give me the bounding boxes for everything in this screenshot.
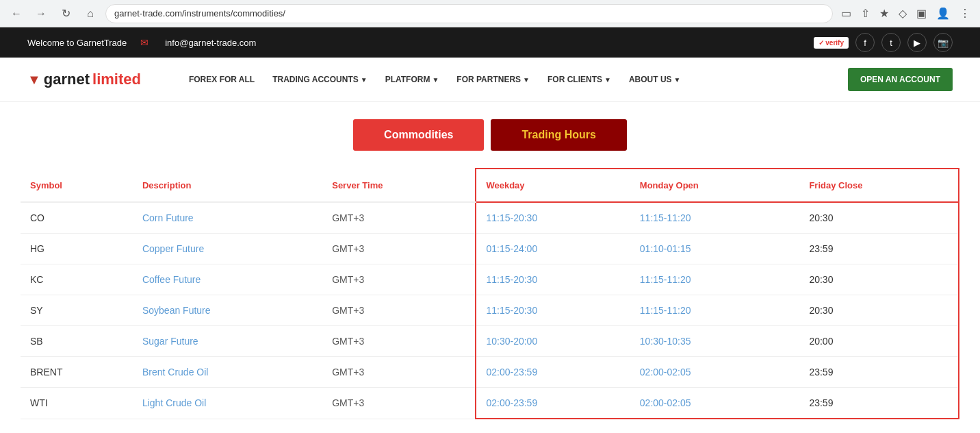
welcome-text: Welcome to GarnetTrade xyxy=(27,38,127,48)
verify-icon: ✓ xyxy=(818,39,824,47)
cell-server-time: GMT+3 xyxy=(322,295,476,326)
cell-weekday: 01:15-24:00 xyxy=(476,234,630,264)
cell-monday-open: 11:15-11:20 xyxy=(630,202,800,234)
back-button[interactable]: ← xyxy=(7,4,26,23)
logo[interactable]: ▼ garnetlimited xyxy=(27,71,141,88)
logo-icon: ▼ xyxy=(27,72,41,88)
cell-symbol: KC xyxy=(21,264,133,295)
cell-weekday: 11:15-20:30 xyxy=(476,295,630,326)
col-header-weekday: Weekday xyxy=(476,169,630,202)
browser-toolbar: ▭ ⇧ ★ ◇ ▣ 👤 ⋮ xyxy=(838,4,973,23)
cell-server-time: GMT+3 xyxy=(322,264,476,295)
tablet-icon[interactable]: ▣ xyxy=(914,4,929,23)
cell-description: Copper Future xyxy=(133,234,322,264)
instagram-icon[interactable]: 📷 xyxy=(933,33,953,52)
commodities-table-container: Symbol Description Server Time Weekday M… xyxy=(0,168,980,433)
col-header-friday-close: Friday Close xyxy=(799,169,959,202)
cell-description: Brent Crude Oil xyxy=(133,357,322,388)
table-row: KC Coffee Future GMT+3 11:15-20:30 11:15… xyxy=(21,264,959,295)
cell-description: Light Crude Oil xyxy=(133,388,322,419)
table-row: SY Soybean Future GMT+3 11:15-20:30 11:1… xyxy=(21,295,959,326)
email-address[interactable]: info@garnet-trade.com xyxy=(165,38,256,48)
nav-for-partners[interactable]: FOR PARTNERS ▼ xyxy=(450,71,537,88)
cell-server-time: GMT+3 xyxy=(322,202,476,234)
reload-button[interactable]: ↻ xyxy=(56,4,75,23)
commodities-table: Symbol Description Server Time Weekday M… xyxy=(21,168,959,419)
table-row: BRENT Brent Crude Oil GMT+3 02:00-23:59 … xyxy=(21,357,959,388)
browser-chrome: ← → ↻ ⌂ garnet-trade.com/instruments/com… xyxy=(0,0,980,27)
cell-symbol: HG xyxy=(21,234,133,264)
youtube-icon[interactable]: ▶ xyxy=(907,33,927,52)
cell-friday-close: 20:30 xyxy=(799,295,959,326)
cell-friday-close: 23:59 xyxy=(799,234,959,264)
col-header-server-time: Server Time xyxy=(322,169,476,202)
cell-server-time: GMT+3 xyxy=(322,388,476,419)
nav-bar: ▼ garnetlimited FOREX FOR ALL TRADING AC… xyxy=(0,58,980,102)
platform-arrow: ▼ xyxy=(432,76,439,84)
nav-for-clients[interactable]: FOR CLIENTS ▼ xyxy=(541,71,618,88)
nav-for-partners-label: FOR PARTNERS xyxy=(456,75,521,84)
table-row: WTI Light Crude Oil GMT+3 02:00-23:59 02… xyxy=(21,388,959,419)
verify-badge[interactable]: ✓ verify xyxy=(814,37,849,49)
col-header-description: Description xyxy=(133,169,322,202)
cell-server-time: GMT+3 xyxy=(322,357,476,388)
cell-symbol: SY xyxy=(21,295,133,326)
top-bar-right: ✓ verify f t ▶ 📷 xyxy=(814,33,953,52)
cell-monday-open: 02:00-02:05 xyxy=(630,357,800,388)
cell-description: Coffee Future xyxy=(133,264,322,295)
cell-symbol: WTI xyxy=(21,388,133,419)
cell-weekday: 11:15-20:30 xyxy=(476,202,630,234)
cell-monday-open: 11:15-11:20 xyxy=(630,264,800,295)
nav-about-us[interactable]: ABOUT US ▼ xyxy=(622,71,688,88)
col-header-symbol: Symbol xyxy=(21,169,133,202)
home-button[interactable]: ⌂ xyxy=(81,4,100,23)
profile-icon[interactable]: 👤 xyxy=(933,4,953,23)
cell-symbol: SB xyxy=(21,326,133,357)
table-row: HG Copper Future GMT+3 01:15-24:00 01:10… xyxy=(21,234,959,264)
table-row: SB Sugar Future GMT+3 10:30-20:00 10:30-… xyxy=(21,326,959,357)
page-tabs: Commodities Trading Hours xyxy=(0,102,980,168)
commodities-tab[interactable]: Commodities xyxy=(353,119,484,151)
cell-symbol: CO xyxy=(21,202,133,234)
about-us-arrow: ▼ xyxy=(674,76,681,84)
cell-symbol: BRENT xyxy=(21,357,133,388)
twitter-icon[interactable]: t xyxy=(881,33,901,52)
facebook-icon[interactable]: f xyxy=(855,33,875,52)
nav-trading-accounts[interactable]: TRADING ACCOUNTS ▼ xyxy=(266,71,374,88)
cell-weekday: 11:15-20:30 xyxy=(476,264,630,295)
trading-hours-tab[interactable]: Trading Hours xyxy=(491,119,626,151)
cell-friday-close: 23:59 xyxy=(799,357,959,388)
cell-friday-close: 20:00 xyxy=(799,326,959,357)
bookmark-icon[interactable]: ★ xyxy=(877,4,892,23)
url-text: garnet-trade.com/instruments/commodities… xyxy=(114,8,285,18)
nav-trading-accounts-label: TRADING ACCOUNTS xyxy=(272,75,359,84)
extensions-icon[interactable]: ◇ xyxy=(896,4,910,23)
cell-description: Soybean Future xyxy=(133,295,322,326)
nav-platform-label: PLATFORM xyxy=(385,75,430,84)
cell-friday-close: 20:30 xyxy=(799,264,959,295)
forward-button[interactable]: → xyxy=(31,4,51,23)
table-row: CO Corn Future GMT+3 11:15-20:30 11:15-1… xyxy=(21,202,959,234)
cell-description: Corn Future xyxy=(133,202,322,234)
col-header-monday-open: Monday Open xyxy=(630,169,800,202)
share-icon[interactable]: ⇧ xyxy=(858,4,873,23)
cell-friday-close: 23:59 xyxy=(799,388,959,419)
cell-weekday: 10:30-20:00 xyxy=(476,326,630,357)
trading-accounts-arrow: ▼ xyxy=(361,76,368,84)
cell-monday-open: 01:10-01:15 xyxy=(630,234,800,264)
address-bar[interactable]: garnet-trade.com/instruments/commodities… xyxy=(105,4,833,23)
nav-links: FOREX FOR ALL TRADING ACCOUNTS ▼ PLATFOR… xyxy=(182,71,848,88)
open-account-button[interactable]: OPEN AN ACCOUNT xyxy=(848,68,953,91)
cell-weekday: 02:00-23:59 xyxy=(476,357,630,388)
cast-icon[interactable]: ▭ xyxy=(838,4,854,23)
nav-platform[interactable]: PLATFORM ▼ xyxy=(378,71,446,88)
cell-monday-open: 11:15-11:20 xyxy=(630,295,800,326)
top-bar-left: Welcome to GarnetTrade ✉ info@garnet-tra… xyxy=(27,37,256,48)
email-icon: ✉ xyxy=(140,37,149,48)
nav-forex[interactable]: FOREX FOR ALL xyxy=(182,71,261,88)
for-clients-arrow: ▼ xyxy=(604,76,611,84)
menu-icon[interactable]: ⋮ xyxy=(957,4,973,23)
top-info-bar: Welcome to GarnetTrade ✉ info@garnet-tra… xyxy=(0,27,980,58)
nav-about-us-label: ABOUT US xyxy=(629,75,672,84)
cell-monday-open: 10:30-10:35 xyxy=(630,326,800,357)
